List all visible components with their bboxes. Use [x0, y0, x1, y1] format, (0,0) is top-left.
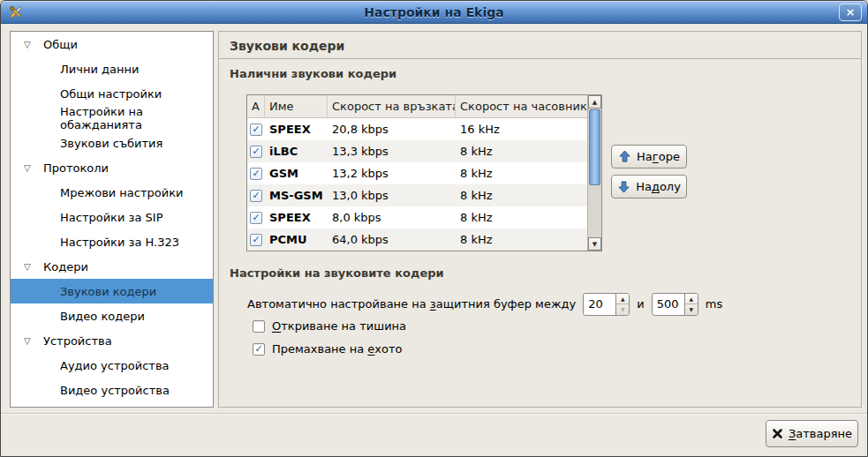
check-icon: ✓ [252, 146, 260, 157]
codec-enabled-checkbox[interactable]: ✓ [250, 234, 262, 246]
check-icon: ✓ [252, 190, 260, 201]
sidebar-item-label: Мрежови настройки [60, 186, 184, 199]
echo-cancellation-label: Премахване на ехото [272, 342, 403, 356]
check-icon: ✓ [252, 234, 260, 245]
codec-clock-rate: 8 kHz [456, 189, 587, 202]
move-down-label: Надолу [636, 180, 681, 193]
sidebar-item-audio-codecs[interactable]: Звукови кодери [11, 279, 213, 303]
spin-up-icon[interactable]: ▲ [616, 294, 629, 304]
codec-clock-rate: 16 kHz [456, 123, 587, 136]
titlebar[interactable]: Настройки на Ekiga × [1, 1, 867, 24]
table-scrollbar[interactable]: ▲ ▼ [587, 95, 601, 251]
codec-table: A Име Скорост на връзката Скорост на час… [246, 94, 602, 251]
move-up-button[interactable]: Нагоре [611, 145, 687, 169]
column-header-clock-rate[interactable]: Скорост на часовника [456, 95, 587, 118]
close-x-icon [772, 428, 783, 439]
codec-name: PCMU [265, 233, 328, 246]
sidebar-item-video-codecs[interactable]: Видео кодери [11, 303, 213, 328]
spin-down-icon[interactable]: ▼ [616, 303, 629, 315]
sidebar-item-label: Лични данни [60, 63, 139, 76]
silence-detection-checkbox[interactable]: ✓ [253, 320, 265, 333]
codec-enabled-checkbox[interactable]: ✓ [250, 190, 262, 202]
codec-bandwidth: 20,8 kbps [328, 123, 456, 136]
audio-codecs-page: Звукови кодери Налични звукови кодери A … [218, 31, 862, 408]
check-icon: ✓ [252, 168, 260, 179]
expander-icon[interactable]: ▽ [24, 163, 43, 173]
sidebar-item-label: Настройки за H.323 [60, 236, 179, 249]
codec-enabled-checkbox[interactable]: ✓ [250, 146, 262, 158]
sidebar-group-label: Устройства [43, 334, 112, 348]
close-window-icon[interactable]: × [839, 4, 862, 21]
codec-clock-rate: 8 kHz [456, 167, 587, 180]
codec-settings-section-title: Настройки на звуковите кодери [230, 266, 444, 280]
jitter-conjunction-label: и [637, 297, 644, 311]
jitter-min-value[interactable]: 20 [584, 294, 615, 315]
sidebar-group-label: Общи [43, 38, 78, 51]
jitter-buffer-label: Автоматично настройване на защитния буфе… [247, 297, 576, 311]
codec-enabled-checkbox[interactable]: ✓ [250, 124, 262, 136]
tools-icon [8, 4, 24, 20]
spin-down-icon[interactable]: ▼ [685, 303, 698, 315]
jitter-max-spinner[interactable]: 500 ▲ ▼ [652, 293, 698, 316]
sidebar-item-video-devices[interactable]: Видео устройства [11, 378, 213, 402]
sidebar-group-label: Протоколи [43, 161, 109, 175]
sidebar-item-network-settings[interactable]: Мрежови настройки [11, 180, 213, 205]
page-title: Звукови кодери [230, 39, 344, 53]
sidebar-item-label: Аудио устройства [60, 359, 170, 372]
silence-detection-checkbox-row[interactable]: ✓ Откриване на тишина [253, 319, 406, 333]
codec-clock-rate: 8 kHz [456, 145, 587, 158]
expander-icon[interactable]: ▽ [24, 40, 43, 49]
sidebar-group-devices[interactable]: ▽ Устройства [11, 328, 213, 353]
table-row[interactable]: ✓ SPEEX 8,0 kbps 8 kHz [247, 206, 587, 228]
scrollbar-thumb[interactable] [589, 109, 600, 185]
echo-cancellation-checkbox-row[interactable]: ✓ Премахване на ехото [253, 342, 403, 356]
codec-name: SPEEX [265, 123, 328, 136]
available-codecs-section-title: Налични звукови кодери [230, 67, 396, 80]
spin-up-icon[interactable]: ▲ [685, 294, 698, 304]
check-icon: ✓ [252, 212, 260, 223]
column-header-bandwidth[interactable]: Скорост на връзката [328, 95, 456, 118]
echo-cancellation-checkbox[interactable]: ✓ [253, 343, 265, 356]
column-header-name[interactable]: Име [265, 95, 328, 118]
jitter-max-value[interactable]: 500 [653, 294, 684, 315]
sidebar-item-label: Звукови събития [60, 137, 162, 150]
table-row[interactable]: ✓ PCMU 64,0 kbps 8 kHz [247, 228, 587, 251]
arrow-up-icon [618, 150, 631, 163]
sidebar-item-sip-settings[interactable]: Настройки за SIP [11, 205, 213, 229]
codec-enabled-checkbox[interactable]: ✓ [250, 168, 262, 180]
table-row[interactable]: ✓ SPEEX 20,8 kbps 16 kHz [247, 118, 587, 140]
preferences-tree: ▽ Общи Лични данни Общи настройки Настро… [10, 31, 214, 408]
move-down-button[interactable]: Надолу [611, 175, 687, 199]
sidebar-item-label: Общи настройки [60, 87, 162, 101]
codec-clock-rate: 8 kHz [456, 233, 587, 246]
table-row[interactable]: ✓ iLBC 13,3 kbps 8 kHz [247, 140, 587, 162]
sidebar-group-general[interactable]: ▽ Общи [11, 32, 213, 56]
codec-name: GSM [265, 167, 328, 180]
scroll-up-icon[interactable]: ▲ [588, 95, 601, 109]
sidebar-item-call-options[interactable]: Настройки на обажданията [11, 106, 213, 131]
jitter-unit-label: ms [706, 297, 722, 311]
sidebar-item-audio-devices[interactable]: Аудио устройства [11, 353, 213, 378]
jitter-buffer-row: Автоматично настройване на защитния буфе… [247, 292, 722, 316]
sidebar-item-h323-settings[interactable]: Настройки за H.323 [11, 229, 213, 254]
sidebar-item-sound-events[interactable]: Звукови събития [11, 131, 213, 155]
footer-divider [1, 413, 867, 414]
expander-icon[interactable]: ▽ [24, 336, 43, 346]
close-dialog-button[interactable]: Затваряне [766, 420, 858, 447]
sidebar-item-general-settings[interactable]: Общи настройки [11, 81, 213, 106]
table-row[interactable]: ✓ MS-GSM 13,0 kbps 8 kHz [247, 184, 587, 206]
sidebar-group-codecs[interactable]: ▽ Кодери [11, 254, 213, 279]
sidebar-item-personal-data[interactable]: Лични данни [11, 56, 213, 81]
expander-icon[interactable]: ▽ [24, 262, 43, 272]
table-row[interactable]: ✓ GSM 13,2 kbps 8 kHz [247, 162, 587, 184]
codec-bandwidth: 13,2 kbps [328, 167, 456, 180]
sidebar-item-label: Видео устройства [60, 384, 170, 397]
column-header-active[interactable]: A [247, 95, 265, 118]
jitter-min-spinner[interactable]: 20 ▲ ▼ [583, 293, 630, 316]
scroll-down-icon[interactable]: ▼ [588, 237, 601, 251]
silence-detection-label: Откриване на тишина [272, 319, 406, 333]
codec-enabled-checkbox[interactable]: ✓ [250, 212, 262, 224]
arrow-down-icon [617, 180, 630, 193]
check-icon: ✓ [252, 124, 260, 135]
sidebar-group-protocols[interactable]: ▽ Протоколи [11, 155, 213, 180]
